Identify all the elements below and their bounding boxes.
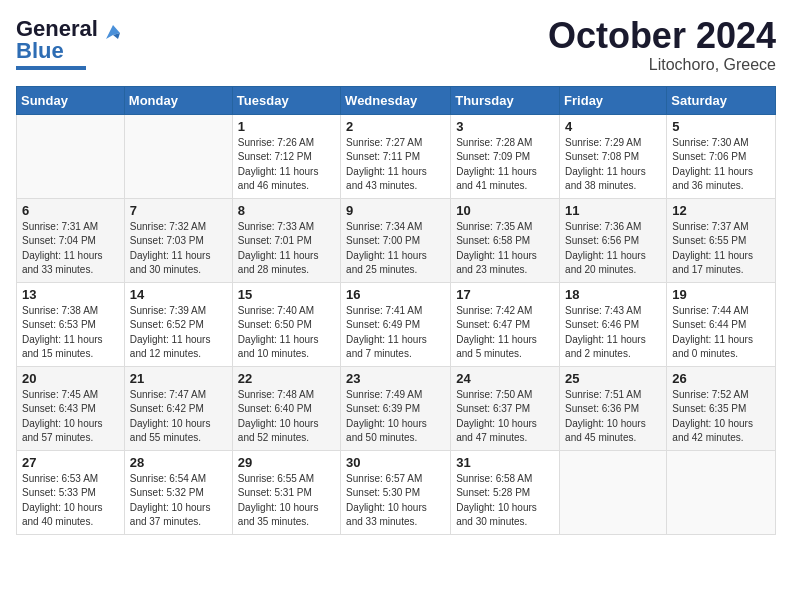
weekday-header-wednesday: Wednesday bbox=[341, 86, 451, 114]
page-header: General Blue October 2024 Litochoro, Gre… bbox=[16, 16, 776, 74]
day-number: 5 bbox=[672, 119, 770, 134]
day-number: 9 bbox=[346, 203, 445, 218]
day-info: Sunrise: 7:44 AM Sunset: 6:44 PM Dayligh… bbox=[672, 304, 770, 362]
weekday-header-friday: Friday bbox=[560, 86, 667, 114]
calendar-cell: 22Sunrise: 7:48 AM Sunset: 6:40 PM Dayli… bbox=[232, 366, 340, 450]
day-info: Sunrise: 7:43 AM Sunset: 6:46 PM Dayligh… bbox=[565, 304, 661, 362]
logo-underline bbox=[16, 66, 86, 70]
day-number: 29 bbox=[238, 455, 335, 470]
calendar-cell: 28Sunrise: 6:54 AM Sunset: 5:32 PM Dayli… bbox=[124, 450, 232, 534]
day-number: 13 bbox=[22, 287, 119, 302]
calendar-cell: 21Sunrise: 7:47 AM Sunset: 6:42 PM Dayli… bbox=[124, 366, 232, 450]
calendar-week-2: 6Sunrise: 7:31 AM Sunset: 7:04 PM Daylig… bbox=[17, 198, 776, 282]
day-info: Sunrise: 7:32 AM Sunset: 7:03 PM Dayligh… bbox=[130, 220, 227, 278]
logo-text-blue: Blue bbox=[16, 38, 64, 64]
day-number: 23 bbox=[346, 371, 445, 386]
calendar-cell: 30Sunrise: 6:57 AM Sunset: 5:30 PM Dayli… bbox=[341, 450, 451, 534]
calendar-cell: 11Sunrise: 7:36 AM Sunset: 6:56 PM Dayli… bbox=[560, 198, 667, 282]
day-number: 4 bbox=[565, 119, 661, 134]
day-info: Sunrise: 7:41 AM Sunset: 6:49 PM Dayligh… bbox=[346, 304, 445, 362]
day-info: Sunrise: 7:51 AM Sunset: 6:36 PM Dayligh… bbox=[565, 388, 661, 446]
day-info: Sunrise: 7:52 AM Sunset: 6:35 PM Dayligh… bbox=[672, 388, 770, 446]
day-info: Sunrise: 7:45 AM Sunset: 6:43 PM Dayligh… bbox=[22, 388, 119, 446]
calendar-cell: 16Sunrise: 7:41 AM Sunset: 6:49 PM Dayli… bbox=[341, 282, 451, 366]
calendar-cell: 15Sunrise: 7:40 AM Sunset: 6:50 PM Dayli… bbox=[232, 282, 340, 366]
day-info: Sunrise: 7:39 AM Sunset: 6:52 PM Dayligh… bbox=[130, 304, 227, 362]
weekday-header-row: SundayMondayTuesdayWednesdayThursdayFrid… bbox=[17, 86, 776, 114]
day-info: Sunrise: 7:36 AM Sunset: 6:56 PM Dayligh… bbox=[565, 220, 661, 278]
day-number: 25 bbox=[565, 371, 661, 386]
calendar-cell: 1Sunrise: 7:26 AM Sunset: 7:12 PM Daylig… bbox=[232, 114, 340, 198]
location-title: Litochoro, Greece bbox=[548, 56, 776, 74]
day-number: 2 bbox=[346, 119, 445, 134]
calendar-week-5: 27Sunrise: 6:53 AM Sunset: 5:33 PM Dayli… bbox=[17, 450, 776, 534]
day-info: Sunrise: 6:53 AM Sunset: 5:33 PM Dayligh… bbox=[22, 472, 119, 530]
day-info: Sunrise: 7:38 AM Sunset: 6:53 PM Dayligh… bbox=[22, 304, 119, 362]
calendar-cell: 2Sunrise: 7:27 AM Sunset: 7:11 PM Daylig… bbox=[341, 114, 451, 198]
calendar-cell: 12Sunrise: 7:37 AM Sunset: 6:55 PM Dayli… bbox=[667, 198, 776, 282]
day-info: Sunrise: 7:30 AM Sunset: 7:06 PM Dayligh… bbox=[672, 136, 770, 194]
day-number: 26 bbox=[672, 371, 770, 386]
day-info: Sunrise: 6:57 AM Sunset: 5:30 PM Dayligh… bbox=[346, 472, 445, 530]
day-info: Sunrise: 7:42 AM Sunset: 6:47 PM Dayligh… bbox=[456, 304, 554, 362]
calendar-cell: 10Sunrise: 7:35 AM Sunset: 6:58 PM Dayli… bbox=[451, 198, 560, 282]
calendar-cell: 7Sunrise: 7:32 AM Sunset: 7:03 PM Daylig… bbox=[124, 198, 232, 282]
logo: General Blue bbox=[16, 16, 122, 70]
calendar-cell: 29Sunrise: 6:55 AM Sunset: 5:31 PM Dayli… bbox=[232, 450, 340, 534]
calendar-cell: 6Sunrise: 7:31 AM Sunset: 7:04 PM Daylig… bbox=[17, 198, 125, 282]
calendar-cell: 24Sunrise: 7:50 AM Sunset: 6:37 PM Dayli… bbox=[451, 366, 560, 450]
day-number: 11 bbox=[565, 203, 661, 218]
day-info: Sunrise: 6:55 AM Sunset: 5:31 PM Dayligh… bbox=[238, 472, 335, 530]
calendar-table: SundayMondayTuesdayWednesdayThursdayFrid… bbox=[16, 86, 776, 535]
calendar-week-3: 13Sunrise: 7:38 AM Sunset: 6:53 PM Dayli… bbox=[17, 282, 776, 366]
weekday-header-sunday: Sunday bbox=[17, 86, 125, 114]
day-info: Sunrise: 6:58 AM Sunset: 5:28 PM Dayligh… bbox=[456, 472, 554, 530]
calendar-cell bbox=[124, 114, 232, 198]
day-number: 19 bbox=[672, 287, 770, 302]
calendar-cell: 19Sunrise: 7:44 AM Sunset: 6:44 PM Dayli… bbox=[667, 282, 776, 366]
calendar-cell: 3Sunrise: 7:28 AM Sunset: 7:09 PM Daylig… bbox=[451, 114, 560, 198]
weekday-header-saturday: Saturday bbox=[667, 86, 776, 114]
calendar-cell: 14Sunrise: 7:39 AM Sunset: 6:52 PM Dayli… bbox=[124, 282, 232, 366]
calendar-cell: 8Sunrise: 7:33 AM Sunset: 7:01 PM Daylig… bbox=[232, 198, 340, 282]
day-info: Sunrise: 7:49 AM Sunset: 6:39 PM Dayligh… bbox=[346, 388, 445, 446]
calendar-week-4: 20Sunrise: 7:45 AM Sunset: 6:43 PM Dayli… bbox=[17, 366, 776, 450]
day-info: Sunrise: 7:26 AM Sunset: 7:12 PM Dayligh… bbox=[238, 136, 335, 194]
month-title: October 2024 bbox=[548, 16, 776, 56]
day-info: Sunrise: 7:40 AM Sunset: 6:50 PM Dayligh… bbox=[238, 304, 335, 362]
calendar-cell: 5Sunrise: 7:30 AM Sunset: 7:06 PM Daylig… bbox=[667, 114, 776, 198]
calendar-cell: 4Sunrise: 7:29 AM Sunset: 7:08 PM Daylig… bbox=[560, 114, 667, 198]
day-info: Sunrise: 7:34 AM Sunset: 7:00 PM Dayligh… bbox=[346, 220, 445, 278]
logo-bird-icon bbox=[104, 23, 122, 41]
day-number: 21 bbox=[130, 371, 227, 386]
day-number: 16 bbox=[346, 287, 445, 302]
day-number: 1 bbox=[238, 119, 335, 134]
day-info: Sunrise: 7:37 AM Sunset: 6:55 PM Dayligh… bbox=[672, 220, 770, 278]
day-info: Sunrise: 7:29 AM Sunset: 7:08 PM Dayligh… bbox=[565, 136, 661, 194]
calendar-cell: 23Sunrise: 7:49 AM Sunset: 6:39 PM Dayli… bbox=[341, 366, 451, 450]
weekday-header-monday: Monday bbox=[124, 86, 232, 114]
calendar-week-1: 1Sunrise: 7:26 AM Sunset: 7:12 PM Daylig… bbox=[17, 114, 776, 198]
calendar-cell: 18Sunrise: 7:43 AM Sunset: 6:46 PM Dayli… bbox=[560, 282, 667, 366]
weekday-header-tuesday: Tuesday bbox=[232, 86, 340, 114]
day-info: Sunrise: 7:31 AM Sunset: 7:04 PM Dayligh… bbox=[22, 220, 119, 278]
day-info: Sunrise: 7:27 AM Sunset: 7:11 PM Dayligh… bbox=[346, 136, 445, 194]
day-number: 10 bbox=[456, 203, 554, 218]
day-number: 22 bbox=[238, 371, 335, 386]
title-block: October 2024 Litochoro, Greece bbox=[548, 16, 776, 74]
day-info: Sunrise: 7:28 AM Sunset: 7:09 PM Dayligh… bbox=[456, 136, 554, 194]
day-number: 6 bbox=[22, 203, 119, 218]
day-info: Sunrise: 6:54 AM Sunset: 5:32 PM Dayligh… bbox=[130, 472, 227, 530]
day-number: 27 bbox=[22, 455, 119, 470]
calendar-cell: 13Sunrise: 7:38 AM Sunset: 6:53 PM Dayli… bbox=[17, 282, 125, 366]
calendar-cell bbox=[17, 114, 125, 198]
day-number: 15 bbox=[238, 287, 335, 302]
day-info: Sunrise: 7:50 AM Sunset: 6:37 PM Dayligh… bbox=[456, 388, 554, 446]
day-number: 28 bbox=[130, 455, 227, 470]
day-info: Sunrise: 7:35 AM Sunset: 6:58 PM Dayligh… bbox=[456, 220, 554, 278]
day-number: 3 bbox=[456, 119, 554, 134]
calendar-cell: 20Sunrise: 7:45 AM Sunset: 6:43 PM Dayli… bbox=[17, 366, 125, 450]
day-number: 18 bbox=[565, 287, 661, 302]
day-info: Sunrise: 7:48 AM Sunset: 6:40 PM Dayligh… bbox=[238, 388, 335, 446]
day-info: Sunrise: 7:33 AM Sunset: 7:01 PM Dayligh… bbox=[238, 220, 335, 278]
